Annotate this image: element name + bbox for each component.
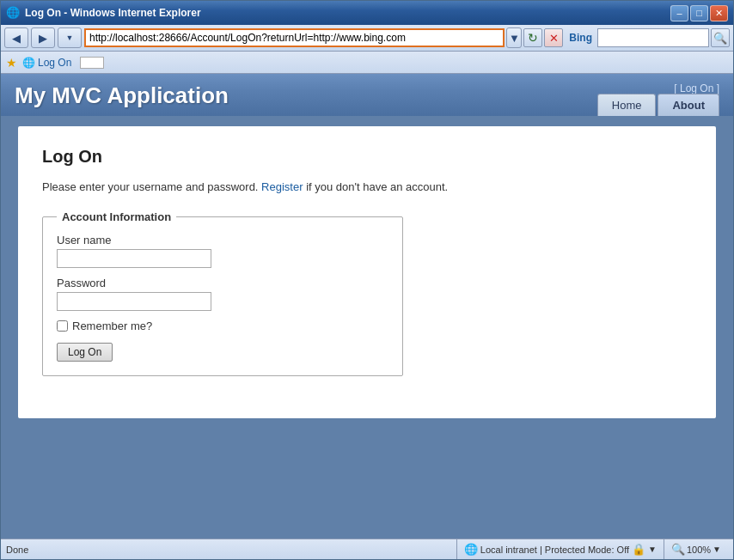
back-button[interactable]: ◀ bbox=[4, 27, 28, 48]
intro-text-suffix: if you don't have an account. bbox=[303, 180, 449, 193]
search-wrap: Bing 🔍 bbox=[566, 28, 730, 47]
password-label: Password bbox=[57, 277, 388, 289]
content-box: Log On Please enter your username and pa… bbox=[18, 126, 716, 418]
page-heading: Log On bbox=[42, 147, 692, 167]
register-link[interactable]: Register bbox=[261, 180, 303, 193]
stop-button[interactable]: ✕ bbox=[544, 28, 563, 47]
account-legend: Account Information bbox=[57, 210, 176, 223]
browser-window: 🌐 Log On - Windows Internet Explorer – □… bbox=[0, 0, 734, 560]
zoom-icon: 🔍 bbox=[671, 543, 685, 556]
window-title: Log On - Windows Internet Explorer bbox=[25, 7, 665, 19]
main-content: Log On Please enter your username and pa… bbox=[1, 116, 733, 539]
address-dropdown-button[interactable]: ▼ bbox=[506, 27, 522, 48]
forward-button[interactable]: ▶ bbox=[31, 27, 55, 48]
lock-icon: 🔒 bbox=[632, 543, 645, 556]
remember-row: Remember me? bbox=[57, 320, 388, 332]
tab-favicon-icon: 🌐 bbox=[22, 57, 35, 69]
security-text: Local intranet | Protected Mode: Off bbox=[480, 545, 629, 555]
status-security: 🌐 Local intranet | Protected Mode: Off 🔒… bbox=[456, 539, 664, 559]
login-bracket-close: ] bbox=[713, 82, 719, 94]
search-button[interactable]: 🔍 bbox=[711, 28, 730, 47]
intro-text: Please enter your username and password.… bbox=[42, 180, 692, 193]
nav-tabs: Home About bbox=[597, 94, 719, 116]
login-link[interactable]: Log On bbox=[680, 82, 713, 94]
intro-text-prefix: Please enter your username and password. bbox=[42, 180, 261, 193]
refresh-button[interactable]: ↻ bbox=[523, 28, 542, 47]
nav-tab-about[interactable]: About bbox=[658, 94, 719, 116]
security-dropdown-arrow[interactable]: ▼ bbox=[648, 545, 657, 554]
search-input[interactable] bbox=[597, 28, 709, 47]
browser-icon: 🌐 bbox=[6, 6, 20, 20]
zoom-level: 100% bbox=[687, 545, 711, 555]
zoom-dropdown-arrow[interactable]: ▼ bbox=[713, 545, 721, 554]
remember-label: Remember me? bbox=[72, 320, 152, 332]
search-logo: Bing bbox=[566, 32, 596, 44]
close-button[interactable]: ✕ bbox=[710, 5, 728, 21]
account-fieldset: Account Information User name Password R… bbox=[42, 210, 403, 376]
password-group: Password bbox=[57, 277, 388, 311]
username-group: User name bbox=[57, 234, 388, 268]
window-controls: – □ ✕ bbox=[670, 5, 728, 21]
remember-checkbox[interactable] bbox=[57, 320, 68, 332]
login-bracket-open: [ bbox=[674, 82, 680, 94]
status-bar: Done 🌐 Local intranet | Protected Mode: … bbox=[1, 539, 733, 559]
status-zoom: 🔍 100% ▼ bbox=[664, 539, 728, 559]
favorites-bar: ★ 🌐 Log On bbox=[1, 52, 733, 74]
header-login-link: [ Log On ] bbox=[674, 82, 719, 94]
page-area: [ Log On ] My MVC Application Home About… bbox=[1, 74, 733, 539]
tab-title[interactable]: Log On bbox=[38, 57, 71, 69]
address-input[interactable] bbox=[84, 28, 505, 47]
recent-button[interactable]: ▼ bbox=[58, 27, 82, 48]
address-bar-wrap: ▼ ↻ ✕ bbox=[84, 27, 563, 48]
tab-favicon: 🌐 Log On bbox=[22, 57, 71, 69]
security-icon: 🌐 bbox=[464, 543, 478, 556]
toolbar-row: ◀ ▶ ▼ ▼ ↻ ✕ Bing 🔍 bbox=[1, 25, 733, 52]
minimize-button[interactable]: – bbox=[670, 5, 688, 21]
username-input[interactable] bbox=[57, 249, 211, 268]
maximize-button[interactable]: □ bbox=[690, 5, 708, 21]
nav-tab-home[interactable]: Home bbox=[597, 94, 657, 116]
password-input[interactable] bbox=[57, 292, 211, 311]
status-text: Done bbox=[6, 545, 456, 555]
username-label: User name bbox=[57, 234, 388, 247]
logon-button[interactable]: Log On bbox=[57, 343, 113, 362]
favorites-star-icon: ★ bbox=[6, 56, 17, 70]
tab-close-area bbox=[80, 57, 104, 69]
title-bar: 🌐 Log On - Windows Internet Explorer – □… bbox=[1, 1, 733, 25]
app-header: [ Log On ] My MVC Application Home About bbox=[1, 74, 733, 116]
